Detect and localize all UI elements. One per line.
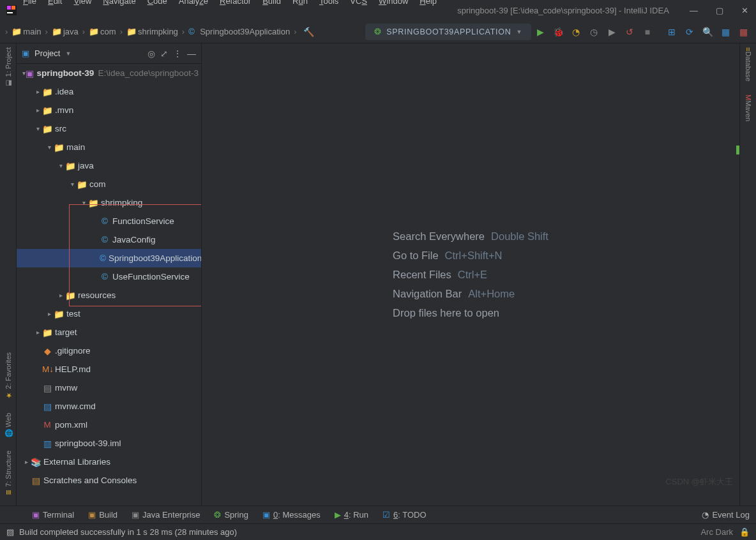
tree-idea[interactable]: ▸📁.idea: [17, 82, 201, 101]
tool-terminal[interactable]: ▣Terminal: [32, 510, 74, 520]
menu-tools[interactable]: Tools: [319, 0, 338, 6]
tree-pom[interactable]: Mpom.xml: [17, 416, 201, 434]
toggle-tool-windows-icon[interactable]: ▨: [6, 527, 14, 537]
menu-help[interactable]: Help: [420, 0, 437, 6]
tree-external-libraries[interactable]: ▸📚External Libraries: [17, 453, 201, 471]
menu-bar: File Edit View Navigate Code Analyze Ref…: [23, 0, 437, 10]
tree-gitignore[interactable]: ◆.gitignore: [17, 341, 201, 360]
menu-analyze[interactable]: Analyze: [179, 0, 208, 6]
run-config-selector[interactable]: ❂ SPRINGBOOT39APPLICATION ▼: [365, 24, 531, 40]
right-tool-gutter: ≡Database MMaven: [739, 43, 756, 506]
svg-rect-2: [11, 6, 15, 10]
tool-spring[interactable]: ❂Spring: [214, 510, 248, 520]
bc-com[interactable]: 📁com: [86, 27, 119, 36]
menu-window[interactable]: Window: [379, 0, 408, 6]
run-icon[interactable]: ▶: [534, 27, 546, 37]
tool-messages[interactable]: ▣0: Messages: [262, 510, 321, 520]
tree-file-usefunctionservice[interactable]: ©UseFunctionService: [17, 267, 201, 286]
menu-navigate[interactable]: Navigate: [103, 0, 135, 6]
hint-recent-shortcut: Ctrl+E: [458, 269, 487, 280]
tree-mvnw[interactable]: ▤mvnw: [17, 379, 201, 397]
hide-icon[interactable]: —: [187, 49, 196, 59]
tree-src[interactable]: ▾📁src: [17, 119, 201, 138]
services-icon[interactable]: ⊞: [666, 27, 677, 37]
hint-navbar: Navigation Bar: [393, 288, 462, 299]
chevron-down-icon[interactable]: ▼: [65, 50, 71, 57]
hint-navbar-shortcut: Alt+Home: [468, 288, 515, 299]
tree-test[interactable]: ▸📁test: [17, 304, 201, 323]
bc-app[interactable]: ©Springboot39Application: [186, 27, 292, 36]
marker-bar: [736, 146, 739, 154]
tree-java[interactable]: ▾📁java: [17, 156, 201, 175]
close-icon[interactable]: ✕: [741, 6, 748, 15]
target-icon[interactable]: ◎: [147, 49, 155, 59]
collapse-icon[interactable]: ⤢: [160, 49, 168, 59]
search-icon[interactable]: 🔍: [702, 27, 713, 37]
lock-icon[interactable]: 🔒: [739, 527, 750, 537]
menu-code[interactable]: Code: [147, 0, 167, 6]
tab-project[interactable]: ◧1: Project: [4, 47, 12, 87]
minimize-icon[interactable]: —: [690, 6, 698, 15]
menu-view[interactable]: View: [73, 0, 91, 6]
tree-iml[interactable]: ▥springboot-39.iml: [17, 434, 201, 453]
chevron-right-icon: ›: [5, 27, 8, 36]
debug-icon[interactable]: 🐞: [552, 27, 564, 37]
hint-search-shortcut: Double Shift: [491, 230, 548, 242]
chevron-right-icon: ›: [294, 27, 296, 36]
tree-mvn[interactable]: ▸📁.mvn: [17, 101, 201, 119]
tree-file-functionservice[interactable]: ©FunctionService: [17, 212, 201, 230]
tool-event-log[interactable]: ◔Event Log: [702, 510, 750, 520]
run-config-label: SPRINGBOOT39APPLICATION: [386, 27, 511, 36]
hint-recent: Recent Files: [393, 269, 451, 280]
folder-icon: ▣: [22, 49, 29, 58]
tab-structure[interactable]: ≣7: Structure: [4, 451, 12, 495]
chevron-right-icon: ›: [120, 27, 123, 36]
svg-rect-3: [7, 12, 13, 13]
tree-help[interactable]: M↓HELP.md: [17, 360, 201, 379]
tree-mvnwcmd[interactable]: ▤mvnw.cmd: [17, 397, 201, 416]
tool-java-enterprise[interactable]: ▣Java Enterprise: [132, 510, 200, 520]
menu-edit[interactable]: Edit: [48, 0, 62, 6]
menu-vcs[interactable]: VCS: [350, 0, 367, 6]
tree-file-javaconfig[interactable]: ©JavaConfig: [17, 230, 201, 249]
bc-shrimpking[interactable]: 📁shrimpking: [124, 27, 181, 36]
translate-icon[interactable]: ▦: [720, 27, 731, 37]
tree-file-springboot39application[interactable]: ©Springboot39Application: [17, 249, 201, 267]
tab-favorites[interactable]: ★2: Favorites: [4, 352, 12, 400]
tool-todo[interactable]: ☑6: TODO: [382, 510, 427, 520]
hint-search: Search Everywhere: [393, 230, 485, 242]
bc-main[interactable]: 📁main: [9, 27, 43, 36]
tool-build[interactable]: ▣Build: [88, 510, 117, 520]
sync-icon[interactable]: ⟳: [684, 27, 695, 37]
tree-pkg[interactable]: ▾📁shrimpking: [17, 193, 201, 212]
tree-main[interactable]: ▾📁main: [17, 138, 201, 156]
bc-java[interactable]: 📁java: [49, 27, 81, 36]
project-tree[interactable]: ▾▣springboot-39E:\idea_code\springboot-3…: [17, 64, 201, 506]
tree-root[interactable]: ▾▣springboot-39E:\idea_code\springboot-3: [17, 64, 201, 82]
hint-gotofile-shortcut: Ctrl+Shift+N: [445, 250, 503, 261]
chevron-right-icon: ›: [82, 27, 85, 36]
tab-database[interactable]: ≡Database: [745, 47, 752, 82]
menu-run[interactable]: Run: [292, 0, 308, 6]
attach-icon[interactable]: ▶: [606, 27, 617, 37]
tab-web[interactable]: 🌐Web: [4, 413, 12, 438]
stop-icon[interactable]: ■: [642, 27, 653, 37]
tree-scratches[interactable]: ▤Scratches and Consoles: [17, 471, 201, 490]
tree-resources[interactable]: ▸📁resources: [17, 286, 201, 304]
profile-icon[interactable]: ◷: [588, 27, 600, 37]
plugin-icon[interactable]: ▦: [737, 27, 749, 37]
coverage-icon[interactable]: ◔: [570, 27, 582, 37]
menu-file[interactable]: File: [23, 0, 36, 6]
hint-gotofile: Go to File: [393, 250, 439, 261]
theme-label[interactable]: Arc Dark: [700, 527, 733, 537]
tree-com[interactable]: ▾📁com: [17, 175, 201, 193]
tool-run[interactable]: ▶4: Run: [335, 510, 368, 520]
maximize-icon[interactable]: ▢: [716, 6, 723, 15]
menu-refactor[interactable]: Refactor: [220, 0, 251, 6]
tab-maven[interactable]: MMaven: [745, 94, 752, 121]
hotswap-icon[interactable]: ↺: [624, 27, 635, 37]
tree-target[interactable]: ▸📁target: [17, 323, 201, 341]
menu-build[interactable]: Build: [262, 0, 281, 6]
more-icon[interactable]: ⋮: [173, 49, 182, 59]
build-icon[interactable]: 🔨: [303, 27, 314, 37]
